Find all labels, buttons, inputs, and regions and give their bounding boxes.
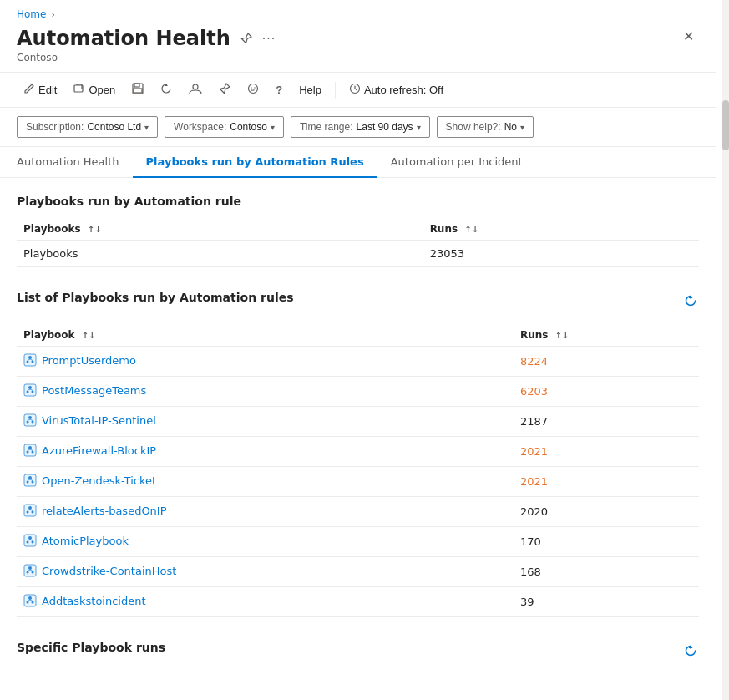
scrollbar[interactable] bbox=[722, 0, 729, 700]
svg-point-7 bbox=[255, 87, 256, 88]
svg-rect-2 bbox=[134, 84, 139, 87]
playbook-icon bbox=[23, 594, 37, 610]
subscription-filter-label: Subscription: bbox=[26, 121, 84, 133]
sort-icon-playbooks[interactable]: ↑↓ bbox=[88, 225, 102, 234]
section2-row-runs: 170 bbox=[514, 527, 699, 557]
section2-row-runs: 8224 bbox=[514, 347, 699, 377]
save-button[interactable] bbox=[125, 79, 150, 100]
section2-refresh-button[interactable] bbox=[682, 292, 699, 312]
section2-row-runs: 2020 bbox=[514, 497, 699, 527]
subscription-chevron-icon: ▾ bbox=[144, 123, 149, 132]
section2-col-runs: Runs ↑↓ bbox=[514, 324, 699, 347]
edit-button[interactable]: Edit bbox=[17, 79, 63, 100]
playbook-link[interactable]: AzureFirewall-BlockIP bbox=[42, 444, 156, 457]
subscription-filter[interactable]: Subscription: Contoso Ltd ▾ bbox=[17, 116, 158, 138]
tab-playbooks-run[interactable]: Playbooks run by Automation Rules bbox=[133, 147, 377, 178]
svg-point-17 bbox=[27, 391, 29, 393]
svg-point-41 bbox=[27, 511, 29, 514]
section1-row-name: Playbooks bbox=[17, 241, 423, 267]
open-button[interactable]: Open bbox=[67, 79, 122, 100]
open-icon bbox=[73, 83, 85, 97]
refresh-toolbar-button[interactable] bbox=[154, 79, 179, 100]
open-label: Open bbox=[89, 84, 115, 96]
refresh-section2-icon bbox=[684, 294, 697, 307]
pin-toolbar-button[interactable] bbox=[212, 79, 237, 100]
auto-refresh-button[interactable]: Auto refresh: Off bbox=[342, 79, 450, 100]
svg-point-36 bbox=[32, 481, 34, 484]
playbook-link[interactable]: Open-Zendesk-Ticket bbox=[42, 474, 156, 487]
section3: Specific Playbook runs bbox=[17, 641, 699, 664]
page-wrapper: Home › Automation Health ··· Contos bbox=[0, 0, 729, 700]
sort-icon-playbook2[interactable]: ↑↓ bbox=[82, 331, 96, 340]
page-subtitle: Contoso bbox=[17, 52, 699, 63]
playbook-link[interactable]: PostMessageTeams bbox=[42, 384, 146, 397]
refresh-icon bbox=[160, 83, 172, 97]
section3-title: Specific Playbook runs bbox=[17, 641, 165, 654]
playbook-link[interactable]: relateAlerts-basedOnIP bbox=[42, 505, 167, 517]
svg-point-42 bbox=[32, 511, 34, 514]
svg-point-6 bbox=[251, 87, 252, 88]
pin-toolbar-icon bbox=[219, 83, 230, 97]
playbook-link[interactable]: VirusTotal-IP-Sentinel bbox=[42, 414, 156, 427]
section2-row-runs: 6203 bbox=[514, 377, 699, 407]
playbook-icon bbox=[23, 534, 37, 550]
table-row: Playbooks 23053 bbox=[17, 241, 699, 267]
table-row: PromptUserdemo8224 bbox=[17, 347, 699, 377]
auto-refresh-label: Auto refresh: Off bbox=[364, 84, 443, 96]
table-row: relateAlerts-basedOnIP2020 bbox=[17, 497, 699, 527]
svg-point-4 bbox=[193, 84, 198, 89]
tab-automation-per-incident[interactable]: Automation per Incident bbox=[377, 147, 536, 178]
svg-rect-3 bbox=[134, 89, 142, 93]
header-icons: ··· bbox=[239, 29, 277, 48]
tab-automation-health[interactable]: Automation Health bbox=[17, 147, 133, 178]
workspace-filter[interactable]: Workspace: Contoso ▾ bbox=[165, 116, 284, 138]
breadcrumb-home[interactable]: Home bbox=[17, 8, 46, 20]
svg-point-30 bbox=[32, 451, 34, 454]
svg-point-52 bbox=[28, 566, 32, 570]
page-title: Automation Health bbox=[17, 27, 230, 50]
svg-point-24 bbox=[32, 421, 34, 424]
scroll-thumb[interactable] bbox=[722, 100, 729, 150]
section1-col-playbooks: Playbooks ↑↓ bbox=[17, 218, 423, 241]
close-button[interactable]: ✕ bbox=[678, 27, 699, 46]
timerange-filter[interactable]: Time range: Last 90 days ▾ bbox=[291, 116, 430, 138]
workspace-filter-label: Workspace: bbox=[174, 121, 226, 133]
playbook-link[interactable]: Crowdstrike-ContainHost bbox=[42, 565, 176, 577]
help-button[interactable]: Help bbox=[292, 80, 328, 99]
playbook-link[interactable]: Addtaskstoincident bbox=[42, 595, 146, 607]
pin-button[interactable] bbox=[239, 31, 254, 46]
svg-point-58 bbox=[28, 596, 32, 600]
timerange-filter-label: Time range: bbox=[300, 121, 353, 133]
section2-row-runs: 2021 bbox=[514, 467, 699, 497]
playbook-link[interactable]: PromptUserdemo bbox=[42, 354, 136, 367]
share-button[interactable] bbox=[182, 79, 209, 100]
help-question-button[interactable]: ? bbox=[269, 80, 289, 99]
section2-row-name: Crowdstrike-ContainHost bbox=[17, 557, 514, 587]
playbook-link[interactable]: AtomicPlaybook bbox=[42, 535, 129, 547]
svg-point-29 bbox=[27, 451, 29, 454]
feedback-icon bbox=[247, 83, 259, 97]
filters-bar: Subscription: Contoso Ltd ▾ Workspace: C… bbox=[0, 108, 716, 147]
feedback-button[interactable] bbox=[240, 79, 266, 100]
table-row: Crowdstrike-ContainHost168 bbox=[17, 557, 699, 587]
section2-row-name: relateAlerts-basedOnIP bbox=[17, 497, 514, 527]
edit-icon bbox=[23, 83, 35, 97]
more-options-button[interactable]: ··· bbox=[261, 29, 277, 48]
table-row: Addtaskstoincident39 bbox=[17, 587, 699, 617]
pin-icon bbox=[240, 33, 252, 44]
sort-icon-runs2[interactable]: ↑↓ bbox=[555, 331, 570, 340]
toolbar-divider bbox=[335, 82, 336, 99]
section2-row-runs: 168 bbox=[514, 557, 699, 587]
showhelp-filter[interactable]: Show help?: No ▾ bbox=[437, 116, 534, 138]
table-row: VirusTotal-IP-Sentinel2187 bbox=[17, 407, 699, 437]
page-title-row: Automation Health ··· bbox=[17, 27, 699, 50]
svg-point-46 bbox=[28, 536, 32, 540]
workspace-chevron-icon: ▾ bbox=[271, 123, 275, 132]
more-icon: ··· bbox=[262, 31, 276, 46]
sort-icon-runs[interactable]: ↑↓ bbox=[464, 225, 478, 234]
playbook-icon bbox=[23, 353, 37, 369]
svg-point-59 bbox=[27, 601, 29, 604]
section3-refresh-button[interactable] bbox=[682, 642, 699, 662]
playbook-icon bbox=[23, 413, 37, 429]
section2-title: List of Playbooks run by Automation rule… bbox=[17, 291, 294, 304]
